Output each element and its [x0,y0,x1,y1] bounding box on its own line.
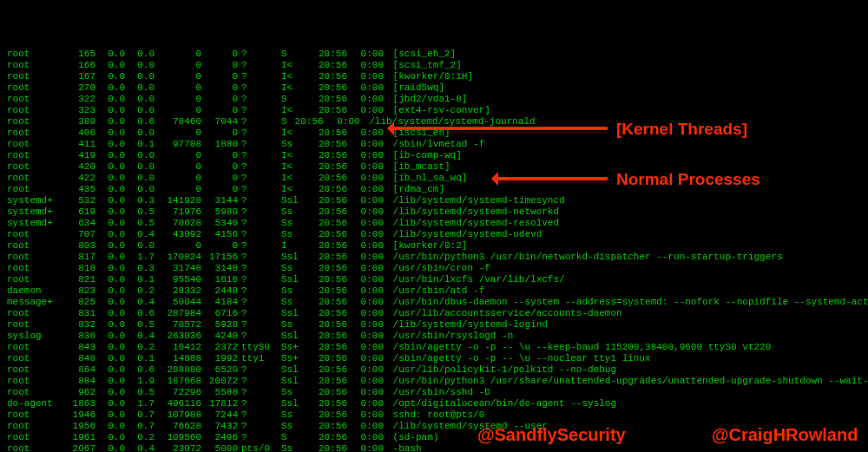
process-row: root8030.00.000?I20:560:00 [kworker/0:2] [7,240,861,252]
process-row: root19460.00.71079887244?Ss20:560:00 ssh… [7,409,861,421]
process-row: root8640.00.62888806520?Ssl20:560:00 /us… [7,364,861,376]
process-row: do-agent18630.01.749611617812?Ssl20:560:… [7,398,861,409]
process-row: root1660.00.000?I<20:560:00 [scsi_tmf_2] [7,60,861,71]
process-row: systemd+6340.00.5706285340?Ss20:560:00 /… [7,218,861,229]
process-row: root3220.00.000?S20:560:00 [jbd2/vda1-8] [7,94,861,105]
handle-sandfly: @SandflySecurity [477,425,626,445]
process-row: root8310.00.62879846716?Ssl20:560:00 /us… [7,308,861,319]
process-row: daemon8230.00.2283322448?Ss20:560:00 /us… [7,285,861,297]
process-row: root9620.00.5722965588?Ss20:560:00 /usr/… [7,387,861,398]
process-row: root8480.00.1148881992tty1Ss+20:560:00 /… [7,353,861,364]
process-row: root4190.00.000?I<20:560:00 [ib-comp-wq] [7,150,861,161]
process-row: root4110.00.1977081880?Ss20:560:00 /sbin… [7,139,861,150]
process-row: root8840.01.918766820072?Ssl20:560:00 /u… [7,376,861,387]
arrow-normal [495,177,608,180]
process-row: root7070.00.4430924156?Ss20:560:00 /lib/… [7,229,861,240]
process-row: root3230.00.000?I<20:560:00 [ext4-rsv-co… [7,105,861,116]
process-row: root8430.00.2164122372ttyS0Ss+20:560:00 … [7,342,861,353]
process-row: root2700.00.000?I<20:560:00 [raid5wq] [7,82,861,94]
process-row: root1650.00.000?S20:560:00 [scsi_eh_2] [7,49,861,60]
process-row: systemd+6190.00.5719765980?Ss20:560:00 /… [7,206,861,218]
handle-craig: @CraigHRowland [712,425,858,445]
process-row: systemd+5320.00.31419283144?Ssl20:560:00… [7,195,861,206]
annotation-kernel-threads: [Kernel Threads] [616,120,747,139]
process-row: root8210.00.1955401616?Ssl20:560:00 /usr… [7,274,861,285]
process-row: syslog8360.00.42630364240?Ssl20:560:00 /… [7,331,861,342]
terminal-output: root1650.00.000?S20:560:00 [scsi_eh_2]ro… [7,49,861,452]
process-row: root8170.01.717082417156?Ssl20:560:00 /u… [7,252,861,263]
process-row: root8180.00.3317483148?Ss20:560:00 /usr/… [7,263,861,274]
process-row: root1670.00.000?I<20:560:00 [kworker/0:1… [7,71,861,82]
annotation-normal-processes: Normal Processes [616,170,760,189]
process-row: root8320.00.5705725928?Ss20:560:00 /lib/… [7,319,861,331]
process-row: message+8250.00.4500444184?Ss20:560:00 /… [7,297,861,308]
arrow-kernel [391,127,608,130]
